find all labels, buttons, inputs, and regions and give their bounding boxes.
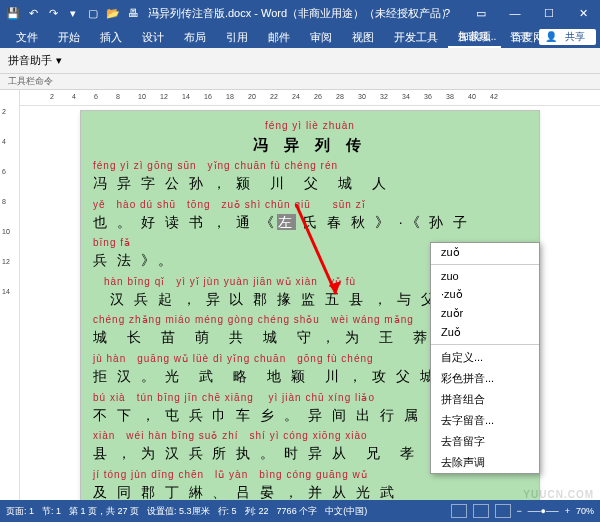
tab-design[interactable]: 设计 [132, 26, 174, 48]
document-area: 2 4 6 8 10 12 14 16 18 20 22 24 26 28 30… [20, 90, 600, 500]
separator [431, 344, 539, 345]
zoom-out-icon[interactable]: − [517, 506, 522, 516]
close-icon[interactable]: ✕ [566, 0, 600, 26]
minimize-icon[interactable]: — [498, 0, 532, 26]
pinyin-helper-dropdown[interactable]: 拼音助手 ▾ [8, 53, 62, 68]
ctx-color-pinyin[interactable]: 彩色拼音... [431, 368, 539, 389]
tab-references[interactable]: 引用 [216, 26, 258, 48]
status-section[interactable]: 节: 1 [42, 505, 61, 518]
hanzi-text: 也 。 好 读 书 ， 通 《左 氏 春 秋 》 ·《 孙 子 [93, 213, 527, 233]
maximize-icon[interactable]: ☐ [532, 0, 566, 26]
pinyin-text: féng yì zì gōng sūn yǐng chuān fù chéng … [93, 159, 527, 173]
titlebar: 💾 ↶ ↷ ▾ ▢ 📂 🖶 ⋯ 冯异列传注音版.docx - Word（非商业用… [0, 0, 600, 26]
pinyin-text: yě hào dú shū tōng zuǒ shì chūn qiū sūn … [93, 198, 527, 212]
context-menu: zuǒ zuo ·zuǒ zuǒr Zuǒ 自定义... 彩色拼音... 拼音组… [430, 242, 540, 474]
watermark: YUUCN.COM [523, 489, 594, 500]
ctx-remove-tone[interactable]: 去除声调 [431, 452, 539, 473]
open-icon[interactable]: 📂 [104, 4, 122, 22]
tab-view[interactable]: 视图 [342, 26, 384, 48]
statusbar: 页面: 1 节: 1 第 1 页，共 27 页 设置值: 5.3厘米 行: 5 … [0, 500, 600, 522]
new-icon[interactable]: ▢ [84, 4, 102, 22]
ctx-option-cap-zuo3[interactable]: Zuǒ [431, 323, 539, 342]
zoom-slider[interactable]: ──●── [528, 506, 559, 516]
help-icon[interactable]: ? [430, 0, 464, 26]
ribbon-display-icon[interactable]: ▭ [464, 0, 498, 26]
ribbon-tabs: 文件 开始 插入 设计 布局 引用 邮件 审阅 视图 开发工具 加载项 百度网盘… [0, 26, 600, 48]
hanzi-text: 及 同 郡 丁 綝 、 吕 晏 ， 并 从 光 武 [93, 483, 527, 500]
print-layout-icon[interactable] [473, 504, 489, 518]
horizontal-ruler: 2 4 6 8 10 12 14 16 18 20 22 24 26 28 30… [20, 90, 600, 106]
tab-file[interactable]: 文件 [6, 26, 48, 48]
quick-access-toolbar: 💾 ↶ ↷ ▾ ▢ 📂 🖶 ⋯ [0, 4, 166, 22]
tell-me[interactable]: 告诉我... [453, 30, 501, 44]
status-page-of[interactable]: 第 1 页，共 27 页 [69, 505, 139, 518]
ctx-option-zuo[interactable]: zuo [431, 267, 539, 285]
status-position[interactable]: 设置值: 5.3厘米 [147, 505, 210, 518]
print-icon[interactable]: 🖶 [124, 4, 142, 22]
ctx-option-zuo3[interactable]: zuǒ [431, 243, 539, 262]
status-language[interactable]: 中文(中国) [325, 505, 367, 518]
dropdown-icon[interactable]: ▾ [64, 4, 82, 22]
ctx-remove-sound-keep-char[interactable]: 去音留字 [431, 431, 539, 452]
tab-review[interactable]: 审阅 [300, 26, 342, 48]
pinyin-helper-label: 拼音助手 [8, 53, 52, 68]
status-column[interactable]: 列: 22 [245, 505, 269, 518]
tab-layout[interactable]: 布局 [174, 26, 216, 48]
vertical-ruler: 2 4 6 8 10 12 14 [0, 90, 20, 500]
save-icon[interactable]: 💾 [4, 4, 22, 22]
command-bar-label: 工具栏命令 [0, 74, 600, 90]
ctx-option-dotzuo3[interactable]: ·zuǒ [431, 285, 539, 304]
zoom-level[interactable]: 70% [576, 506, 594, 516]
window-title: 冯异列传注音版.docx - Word（非商业用途）（未经授权产品） [148, 6, 452, 21]
chevron-down-icon: ▾ [56, 54, 62, 67]
hanzi-text: 冯 异 列 传 [93, 134, 527, 155]
separator [431, 264, 539, 265]
read-mode-icon[interactable] [451, 504, 467, 518]
pinyin-text: féng yì liè zhuàn [93, 119, 527, 133]
tab-insert[interactable]: 插入 [90, 26, 132, 48]
status-words[interactable]: 7766 个字 [277, 505, 318, 518]
ribbon-content: 拼音助手 ▾ [0, 48, 600, 74]
undo-icon[interactable]: ↶ [24, 4, 42, 22]
ctx-custom[interactable]: 自定义... [431, 347, 539, 368]
tab-developer[interactable]: 开发工具 [384, 26, 448, 48]
zoom-in-icon[interactable]: + [565, 506, 570, 516]
workspace: 2 4 6 8 10 12 14 2 4 6 8 10 12 14 16 18 … [0, 90, 600, 500]
web-layout-icon[interactable] [495, 504, 511, 518]
ctx-group-pinyin[interactable]: 拼音组合 [431, 389, 539, 410]
tab-mailings[interactable]: 邮件 [258, 26, 300, 48]
window-buttons: ? ▭ — ☐ ✕ [430, 0, 600, 26]
selected-char[interactable]: 左 [277, 214, 296, 230]
tab-home[interactable]: 开始 [48, 26, 90, 48]
redo-icon[interactable]: ↷ [44, 4, 62, 22]
status-line[interactable]: 行: 5 [218, 505, 237, 518]
share-button[interactable]: 👤 共享 [539, 29, 596, 45]
hanzi-text: 冯 异 字 公 孙 ， 颍 川 父 城 人 [93, 174, 527, 194]
status-page[interactable]: 页面: 1 [6, 505, 34, 518]
ctx-remove-char-keep-sound[interactable]: 去字留音... [431, 410, 539, 431]
login-button[interactable]: 登录 [505, 30, 535, 44]
ctx-option-zuo3r[interactable]: zuǒr [431, 304, 539, 323]
